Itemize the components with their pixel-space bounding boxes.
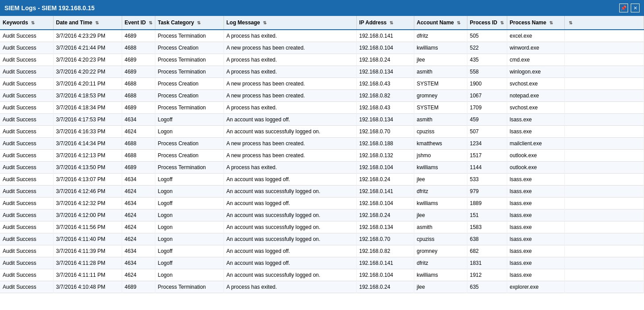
- cell-eventid: 4634: [122, 174, 155, 186]
- cell-logmessage: A process has exited.: [224, 30, 356, 42]
- header-eventid[interactable]: Event ID ⇅: [122, 16, 155, 30]
- cell-keywords: Audit Success: [0, 257, 53, 269]
- close-button[interactable]: ✕: [631, 4, 640, 12]
- cell-accountname: jlee: [414, 54, 467, 66]
- table-row[interactable]: Audit Success3/7/2016 4:23:29 PM4689Proc…: [0, 30, 644, 42]
- table-row[interactable]: Audit Success3/7/2016 4:18:53 PM4688Proc…: [0, 90, 644, 102]
- cell-taskcategory: Logon: [155, 126, 224, 138]
- table-row[interactable]: Audit Success3/7/2016 4:20:11 PM4688Proc…: [0, 78, 644, 90]
- cell-ipaddress: 192.168.0.24: [356, 54, 414, 66]
- table-row[interactable]: Audit Success3/7/2016 4:11:56 PM4624Logo…: [0, 221, 644, 233]
- cell-eventid: 4624: [122, 269, 155, 281]
- cell-processname: outlook.exe: [507, 150, 564, 162]
- cell-logmessage: An account was successfully logged on.: [224, 233, 356, 245]
- header-accountname[interactable]: Account Name ⇅: [414, 16, 467, 30]
- cell-keywords: Audit Success: [0, 78, 53, 90]
- header-logmessage[interactable]: Log Message ⇅: [224, 16, 356, 30]
- sort-extra-icon: ⇅: [569, 20, 572, 25]
- cell-accountname: jlee: [414, 174, 467, 186]
- cell-datetime: 3/7/2016 4:12:32 PM: [53, 198, 122, 209]
- table-row[interactable]: Audit Success3/7/2016 4:12:32 PM4634Logo…: [0, 198, 644, 209]
- table-row[interactable]: Audit Success3/7/2016 4:13:50 PM4689Proc…: [0, 162, 644, 174]
- table-row[interactable]: Audit Success3/7/2016 4:16:33 PM4624Logo…: [0, 126, 644, 138]
- sort-keywords-icon: ⇅: [31, 20, 35, 25]
- cell-processname: lsass.exe: [507, 126, 564, 138]
- table-row[interactable]: Audit Success3/7/2016 4:21:44 PM4688Proc…: [0, 42, 644, 54]
- cell-extra: [564, 221, 644, 233]
- cell-accountname: jlee: [414, 281, 467, 293]
- cell-datetime: 3/7/2016 4:14:34 PM: [53, 138, 122, 150]
- table-row[interactable]: Audit Success3/7/2016 4:11:28 PM4634Logo…: [0, 257, 644, 269]
- cell-datetime: 3/7/2016 4:13:07 PM: [53, 174, 122, 186]
- cell-extra: [564, 245, 644, 257]
- cell-processname: lsass.exe: [507, 233, 564, 245]
- table-row[interactable]: Audit Success3/7/2016 4:20:23 PM4689Proc…: [0, 54, 644, 66]
- cell-taskcategory: Logoff: [155, 174, 224, 186]
- sort-accountname-icon: ⇅: [457, 20, 460, 25]
- cell-processid: 638: [467, 233, 507, 245]
- header-extra: ⇅: [564, 16, 644, 30]
- cell-keywords: Audit Success: [0, 90, 53, 102]
- cell-processid: 507: [467, 126, 507, 138]
- cell-taskcategory: Process Creation: [155, 150, 224, 162]
- cell-accountname: SYSTEM: [414, 78, 467, 90]
- cell-keywords: Audit Success: [0, 209, 53, 221]
- pin-button[interactable]: 📌: [619, 4, 628, 12]
- cell-datetime: 3/7/2016 4:12:00 PM: [53, 209, 122, 221]
- cell-accountname: cpuziss: [414, 233, 467, 245]
- cell-processid: 1831: [467, 257, 507, 269]
- cell-logmessage: A new process has been created.: [224, 150, 356, 162]
- cell-taskcategory: Logon: [155, 269, 224, 281]
- cell-taskcategory: Process Termination: [155, 54, 224, 66]
- cell-processid: 558: [467, 66, 507, 78]
- cell-eventid: 4689: [122, 30, 155, 42]
- cell-processname: lsass.exe: [507, 257, 564, 269]
- cell-processid: 459: [467, 114, 507, 126]
- title-bar: SIEM Logs - SIEM 192.168.0.15 📌 ✕: [0, 0, 644, 16]
- table-row[interactable]: Audit Success3/7/2016 4:11:40 PM4624Logo…: [0, 233, 644, 245]
- cell-ipaddress: 192.168.0.141: [356, 30, 414, 42]
- cell-accountname: SYSTEM: [414, 102, 467, 114]
- table-row[interactable]: Audit Success3/7/2016 4:18:34 PM4689Proc…: [0, 102, 644, 114]
- table-row[interactable]: Audit Success3/7/2016 4:11:39 PM4634Logo…: [0, 245, 644, 257]
- header-processid[interactable]: Process ID ⇅: [467, 16, 507, 30]
- table-row[interactable]: Audit Success3/7/2016 4:10:48 PM4689Proc…: [0, 281, 644, 293]
- cell-eventid: 4689: [122, 54, 155, 66]
- cell-ipaddress: 192.168.0.188: [356, 138, 414, 150]
- cell-processid: 435: [467, 54, 507, 66]
- header-ipaddress[interactable]: IP Address ⇅: [356, 16, 414, 30]
- table-row[interactable]: Audit Success3/7/2016 4:12:46 PM4624Logo…: [0, 186, 644, 198]
- table-row[interactable]: Audit Success3/7/2016 4:11:11 PM4624Logo…: [0, 269, 644, 281]
- cell-accountname: jlee: [414, 209, 467, 221]
- cell-taskcategory: Logon: [155, 233, 224, 245]
- header-taskcategory[interactable]: Task Category ⇅: [155, 16, 224, 30]
- cell-ipaddress: 192.168.0.70: [356, 126, 414, 138]
- cell-taskcategory: Process Termination: [155, 66, 224, 78]
- cell-datetime: 3/7/2016 4:20:11 PM: [53, 78, 122, 90]
- cell-extra: [564, 30, 644, 42]
- table-row[interactable]: Audit Success3/7/2016 4:14:34 PM4688Proc…: [0, 138, 644, 150]
- cell-processid: 979: [467, 186, 507, 198]
- cell-extra: [564, 162, 644, 174]
- cell-processid: 1144: [467, 162, 507, 174]
- cell-logmessage: An account was successfully logged on.: [224, 221, 356, 233]
- cell-processname: lsass.exe: [507, 186, 564, 198]
- cell-datetime: 3/7/2016 4:23:29 PM: [53, 30, 122, 42]
- table-row[interactable]: Audit Success3/7/2016 4:20:22 PM4689Proc…: [0, 66, 644, 78]
- table-row[interactable]: Audit Success3/7/2016 4:12:00 PM4624Logo…: [0, 209, 644, 221]
- cell-datetime: 3/7/2016 4:11:40 PM: [53, 233, 122, 245]
- cell-keywords: Audit Success: [0, 221, 53, 233]
- header-datetime[interactable]: Date and Time ⇅: [53, 16, 122, 30]
- cell-taskcategory: Process Creation: [155, 78, 224, 90]
- cell-processid: 505: [467, 30, 507, 42]
- cell-accountname: kmatthews: [414, 138, 467, 150]
- table-row[interactable]: Audit Success3/7/2016 4:12:13 PM4688Proc…: [0, 150, 644, 162]
- header-processname[interactable]: Process Name ⇅: [507, 16, 564, 30]
- cell-accountname: kwilliams: [414, 162, 467, 174]
- cell-taskcategory: Logon: [155, 221, 224, 233]
- header-keywords[interactable]: Keywords ⇅: [0, 16, 53, 30]
- cell-processid: 522: [467, 42, 507, 54]
- table-row[interactable]: Audit Success3/7/2016 4:17:53 PM4634Logo…: [0, 114, 644, 126]
- cell-logmessage: A process has exited.: [224, 281, 356, 293]
- table-row[interactable]: Audit Success3/7/2016 4:13:07 PM4634Logo…: [0, 174, 644, 186]
